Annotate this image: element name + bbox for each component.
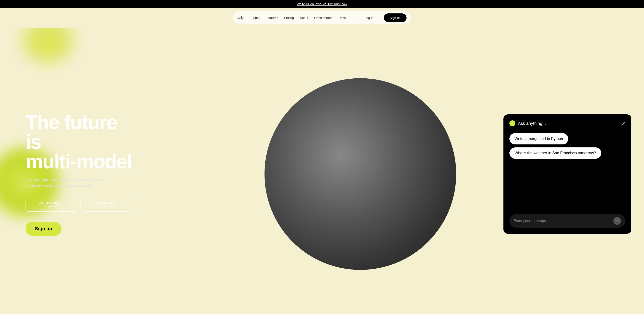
pip-copy-icon: ⧉ [70, 203, 72, 206]
chat-input[interactable] [514, 219, 611, 223]
svg-marker-1 [242, 16, 244, 19]
nav-about[interactable]: About [300, 16, 308, 20]
chat-placeholder: Ask anything... [518, 121, 619, 126]
npm-copy-icon: ⧉ [126, 203, 128, 206]
chat-avatar [510, 120, 515, 126]
chat-input-area: ↑ [510, 214, 625, 228]
send-icon: ↑ [616, 219, 618, 223]
product-hunt-link[interactable]: We're #1 on Product Hunt right now [297, 2, 347, 6]
nav-opensource[interactable]: Open source [314, 16, 332, 20]
login-link[interactable]: Log In [363, 16, 375, 20]
nav-docs[interactable]: Docs [338, 16, 346, 20]
expand-icon[interactable]: ⤢ [622, 121, 625, 126]
suggestion-2[interactable]: What's the weather in San Francisco tomo… [510, 148, 601, 159]
nav-chat[interactable]: Chat [253, 16, 260, 20]
nav-pricing[interactable]: Pricing [284, 16, 294, 20]
nav-links: Chat Features Pricing About Open source … [253, 16, 346, 20]
hero-signup-button[interactable]: Sign up [26, 222, 62, 236]
bg-circle [264, 78, 456, 270]
npm-install-button[interactable]: npm install notdiamond ⧉ [80, 198, 132, 212]
svg-rect-0 [238, 17, 240, 18]
top-banner: We're #1 on Product Hunt right now [0, 0, 644, 8]
chat-suggestions: Write a merge sort in Python What's the … [510, 133, 625, 207]
send-button[interactable]: ↑ [613, 217, 621, 225]
hero-subtitle: Call the right model at the right time w… [26, 177, 117, 190]
chat-header: Ask anything... ⤢ [510, 120, 625, 126]
navbar: Chat Features Pricing About Open source … [0, 8, 644, 28]
hero-content: The future is multi-model Call the right… [0, 100, 145, 248]
nav-signup-button[interactable]: Sign up [384, 14, 406, 22]
code-buttons: pip install notdiamond ⧉ npm install not… [26, 198, 132, 212]
chat-panel: Ask anything... ⤢ Write a merge sort in … [504, 114, 631, 234]
pip-install-button[interactable]: pip install notdiamond ⧉ [26, 198, 77, 212]
blob-top-left [21, 28, 74, 62]
hero-section: The future is multi-model Call the right… [0, 28, 644, 314]
nav-features[interactable]: Features [266, 16, 278, 20]
hero-title: The future is multi-model [26, 112, 132, 171]
suggestion-1[interactable]: Write a merge sort in Python [510, 133, 568, 144]
logo[interactable] [238, 16, 244, 20]
